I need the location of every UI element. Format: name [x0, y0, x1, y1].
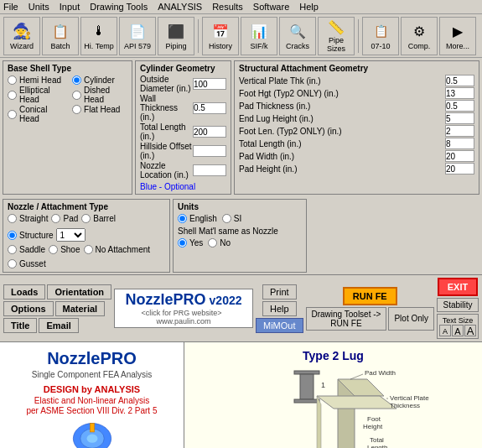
loads-button[interactable]: Loads [3, 284, 45, 300]
saddle-radio[interactable] [8, 245, 17, 254]
english-option[interactable]: English [178, 214, 217, 223]
menu-analysis[interactable]: ANALYSIS [158, 2, 202, 12]
logo-area[interactable]: NozzlePRO v2022 <click for PRG website> … [114, 289, 253, 328]
pad-thickness-input[interactable] [445, 100, 474, 112]
barrel-option[interactable]: Barrel [81, 214, 116, 223]
pad-option[interactable]: Pad [51, 214, 78, 223]
elliptical-label: Elliptical Head [19, 86, 67, 104]
no-radio[interactable] [208, 238, 217, 247]
yes-option[interactable]: Yes [178, 238, 203, 247]
pad-height-input[interactable] [445, 163, 474, 175]
yes-radio[interactable] [178, 238, 187, 247]
vert-plate-thk-input[interactable] [445, 75, 474, 86]
orientation-button[interactable]: Orientation [47, 284, 111, 300]
nozzle-location-label: Nozzle Location (in.) [140, 161, 193, 180]
conical-option[interactable]: Conical Head [8, 105, 67, 123]
cracks-icon: 🔍 [288, 21, 308, 41]
title-button[interactable]: Title [3, 318, 37, 333]
english-radio[interactable] [178, 214, 187, 223]
more-button[interactable]: ▶ More... [439, 17, 476, 55]
gusset-option[interactable]: Gusset [8, 259, 46, 268]
svg-rect-7 [294, 399, 319, 403]
api579-button[interactable]: 📄 API 579 [119, 17, 156, 55]
end-lug-height-input[interactable] [445, 112, 474, 124]
batch-button[interactable]: 📋 Batch [42, 17, 79, 55]
structure-option[interactable]: Structure 12 [8, 228, 86, 242]
cylinder-radio[interactable] [72, 76, 81, 85]
menu-input[interactable]: Input [60, 2, 80, 12]
no-option[interactable]: No [208, 238, 231, 247]
cylinder-option[interactable]: Cylinder [72, 76, 127, 85]
straight-radio[interactable] [8, 214, 17, 223]
pad-width-input[interactable] [445, 150, 474, 162]
options-button[interactable]: Options [3, 301, 54, 316]
piping-label: Piping [165, 42, 186, 50]
si-radio[interactable] [222, 214, 231, 223]
vert-plate-thk-label: Vertical Plate Thk (in.) [239, 76, 321, 86]
hitemp-button[interactable]: 🌡 Hi. Temp [80, 17, 117, 55]
flat-radio[interactable] [72, 105, 81, 114]
pipesizes-button[interactable]: 📏 Pipe Sizes [318, 17, 355, 55]
piping-icon: ⬛ [166, 21, 186, 41]
hemi-head-option[interactable]: Hemi Head [8, 76, 67, 85]
cracks-button[interactable]: 🔍 Cracks [279, 17, 316, 55]
comp-button[interactable]: ⚙ Comp. [401, 17, 438, 55]
svg-rect-3 [90, 424, 94, 432]
asme-text: per ASME Section VIII Div. 2 Part 5 [27, 406, 158, 415]
piping-button[interactable]: ⬛ Piping [158, 17, 194, 55]
history-button[interactable]: 📅 History [202, 17, 239, 55]
comp07-button[interactable]: 📋 07-10 [362, 17, 399, 55]
shoe-radio[interactable] [49, 245, 58, 254]
material-button[interactable]: Material [55, 301, 106, 316]
shoe-option[interactable]: Shoe [49, 245, 80, 254]
email-button[interactable]: Email [39, 318, 78, 333]
wizard-button[interactable]: 🧙 Wizard [3, 17, 40, 55]
menu-results[interactable]: Results [212, 2, 243, 12]
text-size-small[interactable]: A [439, 325, 451, 336]
si-option[interactable]: SI [222, 214, 241, 223]
menu-file[interactable]: File [3, 2, 18, 12]
saddle-option[interactable]: Saddle [8, 245, 45, 254]
hillside-offset-input[interactable] [193, 145, 226, 157]
total-length-struct-input[interactable] [445, 138, 474, 149]
text-size-large[interactable]: A [464, 325, 476, 336]
structure-radio[interactable] [8, 231, 17, 240]
print-button[interactable]: Print [262, 284, 297, 300]
stability-button[interactable]: Stability [437, 298, 478, 312]
comp-label: Comp. [408, 42, 431, 50]
elliptical-option[interactable]: Elliptical Head [8, 86, 67, 104]
total-length-input[interactable] [193, 126, 226, 138]
pad-radio[interactable] [51, 214, 60, 223]
help-button[interactable]: Help [262, 301, 297, 316]
gusset-radio[interactable] [8, 259, 17, 268]
wall-thickness-input[interactable] [193, 102, 226, 114]
sifk-button[interactable]: 📊 SIF/k [241, 17, 277, 55]
no-attach-radio[interactable] [84, 245, 93, 254]
exit-button[interactable]: EXIT [438, 278, 478, 296]
menu-help[interactable]: Help [299, 2, 319, 12]
dished-radio[interactable] [72, 91, 81, 100]
foot-len-input[interactable] [445, 125, 474, 137]
foot-hgt-input[interactable] [445, 87, 474, 99]
drawing-toolset-button[interactable]: Drawing Toolset ->RUN FE [306, 307, 387, 331]
no-attach-option[interactable]: No Attachment [84, 245, 151, 254]
dished-option[interactable]: Dished Head [72, 86, 127, 104]
nozzle-location-input[interactable] [193, 164, 226, 176]
menu-units[interactable]: Units [29, 2, 49, 12]
flat-option[interactable]: Flat Head [72, 105, 127, 114]
text-size-buttons: A A A [439, 325, 476, 336]
mimout-button[interactable]: MiMOut [256, 318, 303, 333]
plot-only-button[interactable]: Plot Only [388, 307, 434, 331]
outside-diameter-input[interactable] [193, 78, 226, 90]
menu-drawing-tools[interactable]: Drawing Tools [90, 2, 148, 12]
text-size-medium[interactable]: A [452, 325, 464, 336]
straight-option[interactable]: Straight [8, 214, 48, 223]
run-fe-button[interactable]: RUN FE [343, 287, 397, 305]
hemi-head-radio[interactable] [8, 76, 17, 85]
barrel-radio[interactable] [81, 214, 91, 223]
elliptical-radio[interactable] [8, 91, 17, 100]
structure-num-select[interactable]: 12 [56, 228, 86, 242]
svg-line-18 [350, 374, 363, 379]
menu-software[interactable]: Software [253, 2, 289, 12]
conical-radio[interactable] [8, 110, 17, 119]
